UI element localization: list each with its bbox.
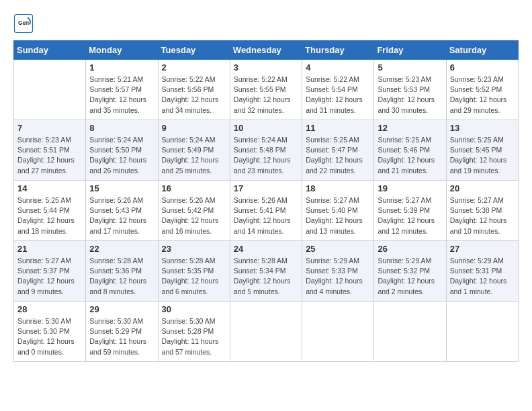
calendar-week-row: 28Sunrise: 5:30 AM Sunset: 5:30 PM Dayli… xyxy=(14,302,519,362)
calendar-cell: 28Sunrise: 5:30 AM Sunset: 5:30 PM Dayli… xyxy=(14,302,86,362)
calendar-cell: 15Sunrise: 5:26 AM Sunset: 5:43 PM Dayli… xyxy=(86,181,158,241)
day-info: Sunrise: 5:23 AM Sunset: 5:51 PM Dayligh… xyxy=(17,135,82,176)
calendar-cell: 17Sunrise: 5:26 AM Sunset: 5:41 PM Dayli… xyxy=(230,181,302,241)
calendar-cell: 7Sunrise: 5:23 AM Sunset: 5:51 PM Daylig… xyxy=(14,120,86,181)
day-info: Sunrise: 5:28 AM Sunset: 5:36 PM Dayligh… xyxy=(89,256,154,297)
day-number: 3 xyxy=(234,62,298,73)
day-number: 15 xyxy=(89,183,154,193)
day-info: Sunrise: 5:30 AM Sunset: 5:29 PM Dayligh… xyxy=(89,316,154,357)
day-number: 17 xyxy=(234,183,298,193)
calendar-cell: 16Sunrise: 5:26 AM Sunset: 5:42 PM Dayli… xyxy=(158,181,230,241)
calendar-cell: 1Sunrise: 5:21 AM Sunset: 5:57 PM Daylig… xyxy=(86,60,158,120)
day-number: 28 xyxy=(17,304,82,314)
weekday-header: Monday xyxy=(86,41,158,60)
calendar-cell: 10Sunrise: 5:24 AM Sunset: 5:48 PM Dayli… xyxy=(230,120,302,181)
calendar-cell: 25Sunrise: 5:29 AM Sunset: 5:33 PM Dayli… xyxy=(302,241,374,302)
day-number: 21 xyxy=(17,244,82,254)
day-info: Sunrise: 5:25 AM Sunset: 5:46 PM Dayligh… xyxy=(378,135,442,176)
calendar-week-row: 21Sunrise: 5:27 AM Sunset: 5:37 PM Dayli… xyxy=(14,241,519,302)
day-number: 18 xyxy=(306,183,370,193)
calendar-cell: 20Sunrise: 5:27 AM Sunset: 5:38 PM Dayli… xyxy=(446,181,518,241)
calendar-cell: 12Sunrise: 5:25 AM Sunset: 5:46 PM Dayli… xyxy=(374,120,446,181)
calendar-cell: 14Sunrise: 5:25 AM Sunset: 5:44 PM Dayli… xyxy=(14,181,86,241)
calendar-cell xyxy=(230,302,302,362)
day-info: Sunrise: 5:30 AM Sunset: 5:28 PM Dayligh… xyxy=(162,316,226,357)
day-number: 25 xyxy=(306,244,370,254)
calendar-cell: 21Sunrise: 5:27 AM Sunset: 5:37 PM Dayli… xyxy=(14,241,86,302)
calendar-cell: 3Sunrise: 5:22 AM Sunset: 5:55 PM Daylig… xyxy=(230,60,302,120)
day-info: Sunrise: 5:26 AM Sunset: 5:42 PM Dayligh… xyxy=(162,195,226,236)
calendar-cell: 22Sunrise: 5:28 AM Sunset: 5:36 PM Dayli… xyxy=(86,241,158,302)
day-number: 6 xyxy=(450,62,515,73)
day-number: 27 xyxy=(450,244,515,254)
svg-text:Gen: Gen xyxy=(18,20,29,26)
calendar-cell: 9Sunrise: 5:24 AM Sunset: 5:49 PM Daylig… xyxy=(158,120,230,181)
day-info: Sunrise: 5:21 AM Sunset: 5:57 PM Dayligh… xyxy=(89,75,154,116)
calendar-cell: 30Sunrise: 5:30 AM Sunset: 5:28 PM Dayli… xyxy=(158,302,230,362)
day-number: 19 xyxy=(378,183,442,193)
weekday-header: Thursday xyxy=(302,41,374,60)
calendar-cell: 11Sunrise: 5:25 AM Sunset: 5:47 PM Dayli… xyxy=(302,120,374,181)
day-info: Sunrise: 5:27 AM Sunset: 5:38 PM Dayligh… xyxy=(450,195,515,236)
calendar-cell: 23Sunrise: 5:28 AM Sunset: 5:35 PM Dayli… xyxy=(158,241,230,302)
day-info: Sunrise: 5:30 AM Sunset: 5:30 PM Dayligh… xyxy=(17,316,82,357)
day-number: 7 xyxy=(17,123,82,133)
day-info: Sunrise: 5:24 AM Sunset: 5:50 PM Dayligh… xyxy=(89,135,154,176)
calendar-cell: 4Sunrise: 5:22 AM Sunset: 5:54 PM Daylig… xyxy=(302,60,374,120)
day-info: Sunrise: 5:25 AM Sunset: 5:44 PM Dayligh… xyxy=(17,195,82,236)
day-info: Sunrise: 5:27 AM Sunset: 5:37 PM Dayligh… xyxy=(17,256,82,297)
weekday-header: Wednesday xyxy=(230,41,302,60)
day-info: Sunrise: 5:25 AM Sunset: 5:45 PM Dayligh… xyxy=(450,135,515,176)
day-number: 22 xyxy=(89,244,154,254)
calendar-week-row: 7Sunrise: 5:23 AM Sunset: 5:51 PM Daylig… xyxy=(14,120,519,181)
day-info: Sunrise: 5:25 AM Sunset: 5:47 PM Dayligh… xyxy=(306,135,370,176)
calendar-week-row: 1Sunrise: 5:21 AM Sunset: 5:57 PM Daylig… xyxy=(14,60,519,120)
logo-icon: Gen xyxy=(13,13,34,34)
weekday-header: Tuesday xyxy=(158,41,230,60)
day-number: 8 xyxy=(89,123,154,133)
day-number: 29 xyxy=(89,304,154,314)
day-info: Sunrise: 5:22 AM Sunset: 5:54 PM Dayligh… xyxy=(306,75,370,116)
day-number: 16 xyxy=(162,183,226,193)
day-number: 30 xyxy=(162,304,226,314)
day-number: 12 xyxy=(378,123,442,133)
day-info: Sunrise: 5:27 AM Sunset: 5:39 PM Dayligh… xyxy=(378,195,442,236)
day-number: 26 xyxy=(378,244,442,254)
weekday-header: Friday xyxy=(374,41,446,60)
logo: Gen xyxy=(13,13,35,34)
day-info: Sunrise: 5:24 AM Sunset: 5:49 PM Dayligh… xyxy=(162,135,226,176)
calendar-table: SundayMondayTuesdayWednesdayThursdayFrid… xyxy=(13,40,519,362)
calendar-cell: 13Sunrise: 5:25 AM Sunset: 5:45 PM Dayli… xyxy=(446,120,518,181)
weekday-header-row: SundayMondayTuesdayWednesdayThursdayFrid… xyxy=(14,41,519,60)
day-number: 1 xyxy=(89,62,154,73)
day-number: 23 xyxy=(162,244,226,254)
calendar-cell xyxy=(446,302,518,362)
day-number: 9 xyxy=(162,123,226,133)
calendar-cell: 26Sunrise: 5:29 AM Sunset: 5:32 PM Dayli… xyxy=(374,241,446,302)
day-info: Sunrise: 5:28 AM Sunset: 5:35 PM Dayligh… xyxy=(162,256,226,297)
day-info: Sunrise: 5:22 AM Sunset: 5:55 PM Dayligh… xyxy=(234,75,298,116)
calendar-cell: 19Sunrise: 5:27 AM Sunset: 5:39 PM Dayli… xyxy=(374,181,446,241)
day-number: 24 xyxy=(234,244,298,254)
day-number: 2 xyxy=(162,62,226,73)
day-info: Sunrise: 5:26 AM Sunset: 5:41 PM Dayligh… xyxy=(234,195,298,236)
day-info: Sunrise: 5:23 AM Sunset: 5:53 PM Dayligh… xyxy=(378,75,442,116)
weekday-header: Sunday xyxy=(14,41,86,60)
calendar-cell xyxy=(14,60,86,120)
day-info: Sunrise: 5:26 AM Sunset: 5:43 PM Dayligh… xyxy=(89,195,154,236)
calendar-cell: 27Sunrise: 5:29 AM Sunset: 5:31 PM Dayli… xyxy=(446,241,518,302)
calendar-cell: 8Sunrise: 5:24 AM Sunset: 5:50 PM Daylig… xyxy=(86,120,158,181)
calendar-cell: 29Sunrise: 5:30 AM Sunset: 5:29 PM Dayli… xyxy=(86,302,158,362)
day-number: 4 xyxy=(306,62,370,73)
day-info: Sunrise: 5:29 AM Sunset: 5:33 PM Dayligh… xyxy=(306,256,370,297)
day-info: Sunrise: 5:27 AM Sunset: 5:40 PM Dayligh… xyxy=(306,195,370,236)
calendar-cell: 18Sunrise: 5:27 AM Sunset: 5:40 PM Dayli… xyxy=(302,181,374,241)
calendar-cell: 24Sunrise: 5:28 AM Sunset: 5:34 PM Dayli… xyxy=(230,241,302,302)
day-number: 14 xyxy=(17,183,82,193)
page-header: Gen xyxy=(13,13,519,34)
calendar-cell xyxy=(302,302,374,362)
day-info: Sunrise: 5:23 AM Sunset: 5:52 PM Dayligh… xyxy=(450,75,515,116)
day-info: Sunrise: 5:29 AM Sunset: 5:32 PM Dayligh… xyxy=(378,256,442,297)
day-number: 13 xyxy=(450,123,515,133)
weekday-header: Saturday xyxy=(446,41,518,60)
